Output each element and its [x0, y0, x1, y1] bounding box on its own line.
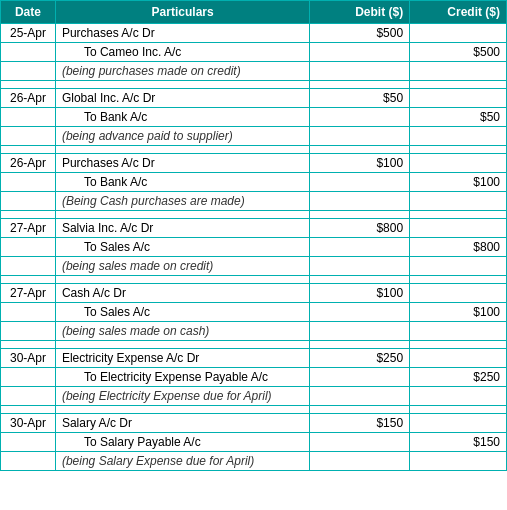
- table-row: 25-AprPurchases A/c Dr$500: [1, 24, 507, 43]
- cell-particulars: (being sales made on cash): [55, 322, 309, 341]
- table-row: 27-AprSalvia Inc. A/c Dr$800: [1, 219, 507, 238]
- cell-date: [1, 127, 56, 146]
- cell-particulars: (Being Cash purchases are made): [55, 192, 309, 211]
- cell-date: 30-Apr: [1, 349, 56, 368]
- cell-credit: [410, 219, 507, 238]
- cell-particulars: Purchases A/c Dr: [55, 154, 309, 173]
- cell-credit: [410, 322, 507, 341]
- cell-debit: [310, 238, 410, 257]
- cell-particulars: To Bank A/c: [55, 108, 309, 127]
- cell-credit: [410, 387, 507, 406]
- cell-particulars: (being sales made on credit): [55, 257, 309, 276]
- table-row: To Electricity Expense Payable A/c$250: [1, 368, 507, 387]
- cell-credit: [410, 452, 507, 471]
- cell-debit: [310, 192, 410, 211]
- cell-debit: $100: [310, 154, 410, 173]
- cell-debit: $100: [310, 284, 410, 303]
- cell-debit: [310, 127, 410, 146]
- table-row: To Bank A/c$100: [1, 173, 507, 192]
- cell-credit: [410, 127, 507, 146]
- journal-table: Date Particulars Debit ($) Credit ($) 25…: [0, 0, 507, 471]
- cell-date: [1, 322, 56, 341]
- cell-particulars: Salvia Inc. A/c Dr: [55, 219, 309, 238]
- cell-date: 27-Apr: [1, 219, 56, 238]
- cell-date: 26-Apr: [1, 89, 56, 108]
- table-row: (being purchases made on credit): [1, 62, 507, 81]
- table-row: 26-AprPurchases A/c Dr$100: [1, 154, 507, 173]
- separator-row: [1, 211, 507, 219]
- cell-credit: $800: [410, 238, 507, 257]
- cell-date: [1, 452, 56, 471]
- cell-debit: $500: [310, 24, 410, 43]
- cell-credit: [410, 349, 507, 368]
- cell-debit: [310, 43, 410, 62]
- cell-debit: $50: [310, 89, 410, 108]
- table-row: (being sales made on credit): [1, 257, 507, 276]
- cell-date: [1, 303, 56, 322]
- cell-credit: $250: [410, 368, 507, 387]
- cell-credit: [410, 192, 507, 211]
- cell-particulars: To Salary Payable A/c: [55, 433, 309, 452]
- table-row: To Cameo Inc. A/c$500: [1, 43, 507, 62]
- cell-particulars: To Electricity Expense Payable A/c: [55, 368, 309, 387]
- cell-credit: $50: [410, 108, 507, 127]
- header-debit: Debit ($): [310, 1, 410, 24]
- table-row: 30-AprSalary A/c Dr$150: [1, 414, 507, 433]
- cell-debit: [310, 108, 410, 127]
- cell-credit: [410, 414, 507, 433]
- cell-debit: [310, 62, 410, 81]
- table-row: (being sales made on cash): [1, 322, 507, 341]
- separator-row: [1, 81, 507, 89]
- table-row: (being Electricity Expense due for April…: [1, 387, 507, 406]
- cell-debit: [310, 303, 410, 322]
- table-row: 26-AprGlobal Inc. A/c Dr$50: [1, 89, 507, 108]
- table-row: To Sales A/c$100: [1, 303, 507, 322]
- cell-particulars: To Sales A/c: [55, 303, 309, 322]
- table-row: (Being Cash purchases are made): [1, 192, 507, 211]
- cell-particulars: Purchases A/c Dr: [55, 24, 309, 43]
- separator-row: [1, 146, 507, 154]
- cell-particulars: (being advance paid to supplier): [55, 127, 309, 146]
- table-row: (being advance paid to supplier): [1, 127, 507, 146]
- cell-date: 30-Apr: [1, 414, 56, 433]
- cell-credit: $500: [410, 43, 507, 62]
- cell-debit: [310, 387, 410, 406]
- cell-date: [1, 257, 56, 276]
- cell-date: [1, 43, 56, 62]
- cell-credit: [410, 284, 507, 303]
- cell-credit: [410, 257, 507, 276]
- cell-date: [1, 62, 56, 81]
- cell-debit: [310, 173, 410, 192]
- cell-debit: [310, 452, 410, 471]
- cell-date: [1, 238, 56, 257]
- cell-date: [1, 368, 56, 387]
- separator-row: [1, 276, 507, 284]
- cell-credit: [410, 154, 507, 173]
- cell-date: [1, 387, 56, 406]
- table-row: To Bank A/c$50: [1, 108, 507, 127]
- cell-debit: [310, 322, 410, 341]
- cell-credit: [410, 89, 507, 108]
- cell-particulars: To Bank A/c: [55, 173, 309, 192]
- cell-date: 25-Apr: [1, 24, 56, 43]
- header-particulars: Particulars: [55, 1, 309, 24]
- table-row: 30-AprElectricity Expense A/c Dr$250: [1, 349, 507, 368]
- separator-row: [1, 406, 507, 414]
- cell-credit: [410, 62, 507, 81]
- cell-debit: [310, 257, 410, 276]
- cell-credit: [410, 24, 507, 43]
- cell-date: [1, 433, 56, 452]
- header-credit: Credit ($): [410, 1, 507, 24]
- table-row: 27-AprCash A/c Dr$100: [1, 284, 507, 303]
- cell-date: 27-Apr: [1, 284, 56, 303]
- cell-date: 26-Apr: [1, 154, 56, 173]
- cell-particulars: (being Salary Expense due for April): [55, 452, 309, 471]
- cell-particulars: Cash A/c Dr: [55, 284, 309, 303]
- cell-debit: $250: [310, 349, 410, 368]
- separator-row: [1, 341, 507, 349]
- cell-particulars: To Sales A/c: [55, 238, 309, 257]
- cell-particulars: (being purchases made on credit): [55, 62, 309, 81]
- cell-particulars: Global Inc. A/c Dr: [55, 89, 309, 108]
- header-date: Date: [1, 1, 56, 24]
- cell-date: [1, 173, 56, 192]
